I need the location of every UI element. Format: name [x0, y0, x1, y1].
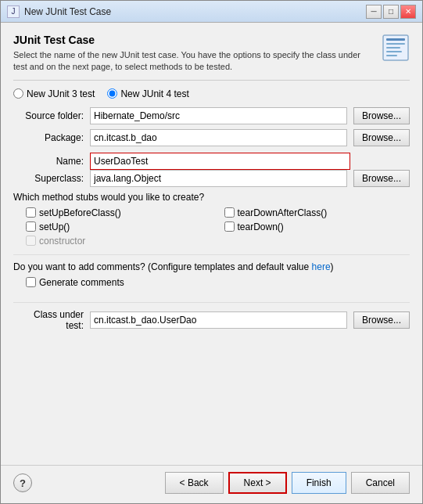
- package-input[interactable]: [90, 129, 347, 146]
- stub-constructor-checkbox: [26, 236, 36, 246]
- generate-comments-option[interactable]: Generate comments: [26, 277, 410, 288]
- svg-rect-4: [386, 51, 402, 52]
- comments-title: Do you want to add comments? (Configure …: [13, 261, 410, 272]
- source-folder-label: Source folder:: [13, 110, 84, 121]
- title-bar: J New JUnit Test Case ─ □ ✕: [1, 1, 422, 23]
- minimize-button[interactable]: ─: [366, 5, 382, 19]
- comments-section: Do you want to add comments? (Configure …: [13, 254, 410, 288]
- comments-here-link[interactable]: here: [312, 261, 331, 272]
- svg-rect-1: [386, 38, 405, 41]
- help-button[interactable]: ?: [13, 473, 32, 492]
- stub-setupbeforeclass[interactable]: setUpBeforeClass(): [26, 207, 212, 218]
- junit-version-radios: New JUnit 3 test New JUnit 4 test: [13, 88, 410, 99]
- next-button[interactable]: Next >: [228, 472, 287, 494]
- class-under-test-section: Class under test: Browse...: [13, 302, 410, 331]
- name-label: Name:: [13, 156, 84, 167]
- close-button[interactable]: ✕: [400, 5, 416, 19]
- junit3-radio[interactable]: [13, 88, 23, 99]
- superclass-browse-button[interactable]: Browse...: [353, 170, 410, 187]
- finish-button[interactable]: Finish: [292, 472, 346, 494]
- stub-teardown[interactable]: tearDown(): [224, 221, 410, 232]
- stubs-grid: setUpBeforeClass() tearDownAfterClass() …: [26, 207, 410, 247]
- stub-setupbeforeclass-checkbox[interactable]: [26, 207, 36, 218]
- superclass-input[interactable]: [90, 170, 347, 187]
- back-button[interactable]: < Back: [165, 472, 224, 494]
- package-row: Package: Browse...: [13, 129, 410, 146]
- junit4-option[interactable]: New JUnit 4 test: [107, 88, 188, 99]
- junit3-label: New JUnit 3 test: [27, 88, 95, 99]
- window-title: New JUnit Test Case: [24, 6, 366, 17]
- source-folder-browse-button[interactable]: Browse...: [353, 107, 410, 124]
- class-under-test-label: Class under test:: [13, 309, 84, 331]
- source-folder-row: Source folder: Browse...: [13, 107, 410, 124]
- section-description: Select the name of the new JUnit test ca…: [13, 49, 374, 74]
- class-under-test-browse-button[interactable]: Browse...: [353, 311, 410, 329]
- svg-rect-5: [386, 55, 397, 56]
- junit4-radio[interactable]: [107, 88, 117, 99]
- junit4-label: New JUnit 4 test: [120, 88, 188, 99]
- class-under-test-input[interactable]: [90, 311, 347, 329]
- maximize-button[interactable]: □: [383, 5, 399, 19]
- button-bar: ? < Back Next > Finish Cancel: [1, 465, 422, 503]
- generate-comments-label: Generate comments: [39, 277, 124, 288]
- stub-teardownafterclass-checkbox[interactable]: [224, 207, 235, 218]
- package-label: Package:: [13, 132, 84, 143]
- class-under-test-row: Class under test: Browse...: [13, 309, 410, 331]
- dialog-window: J New JUnit Test Case ─ □ ✕ JUnit Test C…: [0, 0, 423, 504]
- superclass-row: Superclass: Browse...: [13, 170, 410, 187]
- svg-rect-3: [386, 47, 400, 49]
- package-browse-button[interactable]: Browse...: [353, 129, 410, 146]
- name-input[interactable]: [90, 153, 350, 170]
- generate-comments-checkbox[interactable]: [26, 277, 36, 287]
- superclass-label: Superclass:: [13, 173, 84, 184]
- method-stubs-section: Which method stubs would you like to cre…: [13, 192, 410, 247]
- navigation-buttons: < Back Next > Finish Cancel: [165, 472, 410, 494]
- junit-icon: [382, 34, 410, 62]
- stub-constructor: constructor: [26, 236, 212, 247]
- dialog-content: JUnit Test Case Select the name of the n…: [1, 23, 422, 465]
- window-controls: ─ □ ✕: [366, 5, 416, 19]
- header-text: JUnit Test Case Select the name of the n…: [13, 34, 374, 74]
- cancel-button[interactable]: Cancel: [351, 472, 410, 494]
- name-row: Name:: [13, 153, 410, 170]
- section-title: JUnit Test Case: [13, 34, 374, 46]
- form-fields: Source folder: Browse... Package: Browse…: [13, 107, 410, 146]
- svg-rect-2: [386, 43, 405, 45]
- section-header: JUnit Test Case Select the name of the n…: [13, 34, 410, 81]
- stubs-title: Which method stubs would you like to cre…: [13, 192, 410, 203]
- stub-setup[interactable]: setUp(): [26, 221, 212, 232]
- junit3-option[interactable]: New JUnit 3 test: [13, 88, 95, 99]
- stub-teardownafterclass[interactable]: tearDownAfterClass(): [224, 207, 410, 218]
- stub-teardown-checkbox[interactable]: [224, 221, 235, 232]
- source-folder-input[interactable]: [90, 107, 347, 124]
- stub-setup-checkbox[interactable]: [26, 221, 36, 232]
- window-icon: J: [7, 5, 20, 18]
